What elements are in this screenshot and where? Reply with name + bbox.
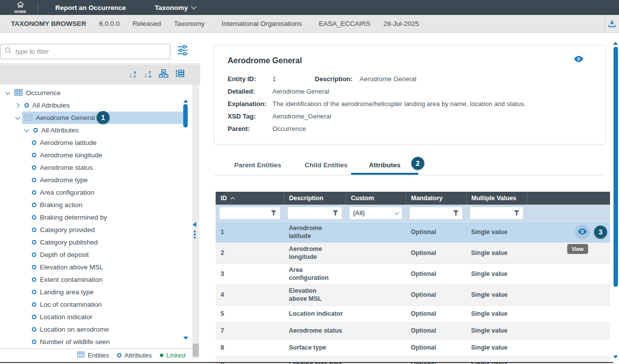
table-row[interactable]: 1 Aerodrome latitude Optional Single val… [216,222,610,243]
tree-item-attribute[interactable]: Extent contamination [0,273,200,286]
report-occurrence-menu[interactable]: Report an Occurrence [55,4,126,11]
funnel-icon[interactable] [453,210,459,216]
custom-filter-value: (All) [353,210,365,217]
attributes-table: ID Description Custom Mandatory Multiple… [216,192,610,364]
tree-scrollbar[interactable] [183,100,188,340]
page-scrollbar-thumb[interactable] [614,47,618,287]
tree-item-attribute[interactable]: Depth of deposit [0,248,200,261]
view-entity-button[interactable] [573,55,584,65]
chevron-down-icon[interactable] [14,115,21,121]
description-filter-input[interactable] [291,210,331,217]
tree-item-label: Extent contamination [40,276,103,283]
tree-item-attribute[interactable]: Aerodrome type [0,174,200,186]
tree-item-attribute[interactable]: Braking determined by [0,211,200,224]
tree-item-label: Braking determined by [40,214,107,221]
tree-item-label: Loc of contamination [40,301,102,308]
table-row[interactable]: 2 Aerodrome longitude Optional Single va… [216,243,610,263]
scroll-up-arrow-icon[interactable] [183,100,188,103]
table-row[interactable]: 7 Aerodrome status Optional Single value [216,322,610,339]
sort-ascending-button[interactable]: ↓ [128,69,136,81]
filter-input[interactable] [15,48,166,55]
page-scrollbar[interactable] [613,42,619,361]
table-row[interactable]: 5 Location indicator Optional Single val… [216,305,610,322]
mandatory-filter-input[interactable] [413,210,451,217]
sidebar-collapse-handle[interactable] [193,222,196,239]
table-row[interactable]: 8 Surface type Optional Single value [216,339,610,356]
field-label: Explanation: [228,100,272,108]
column-mandatory[interactable]: Mandatory [406,192,466,205]
tab-parent-entities[interactable]: Parent Entities [227,155,289,175]
custom-filter-select[interactable]: (All) [350,207,402,219]
scroll-up-arrow-icon[interactable] [613,42,618,45]
filter-input-box[interactable] [0,44,170,59]
tree-item-attribute[interactable]: Aerodrome longitude [0,149,200,161]
tree-item-occurrence[interactable]: Occurrence [0,87,200,99]
id-filter-input[interactable] [223,210,269,217]
tree-item-label: Aerodrome longitude [40,151,102,159]
tree-item-attribute[interactable]: Braking action [0,199,200,211]
tree-item-attribute[interactable]: Category provided [0,224,200,236]
column-custom[interactable]: Custom [346,192,406,205]
collapse-left-icon[interactable] [193,222,196,227]
tree-item-attribute[interactable]: Elevation above MSL [0,261,200,273]
tab-label: Child Entities [305,161,348,169]
taxonomy-name: EASA_ECCAIRS [319,20,371,27]
tab-child-entities[interactable]: Child Entities [296,155,356,175]
scroll-down-arrow-icon[interactable] [183,337,188,340]
tree-item-attribute[interactable]: Landing area type [0,286,200,298]
sort-asc-icon [230,197,234,201]
table-row[interactable]: 3 Area configuration Optional Single val… [216,263,610,284]
tree-item-attribute[interactable]: Aerodrome latitude [0,136,200,149]
tree-item-attribute[interactable]: Location on aerodrome [0,323,200,336]
tree-scrollbar-thumb[interactable] [183,104,188,127]
legend-entities-label: Entities [88,352,109,359]
taxonomy-browser-screen: HOME Report an Occurrence Taxonomy TAXON… [0,0,619,364]
annotation-badge-3: 3 [594,226,607,239]
tab-attributes[interactable]: Attributes 2 [351,155,418,175]
sidebar-scroll-track[interactable] [192,85,199,359]
view-attribute-button[interactable] [575,225,590,240]
home-icon [16,1,25,10]
chevron-down-icon[interactable] [4,90,11,97]
chevron-down-icon[interactable] [23,127,30,134]
home-button[interactable]: HOME [9,0,32,15]
scroll-down-arrow-icon[interactable] [613,356,618,359]
multiple-filter-input[interactable] [474,210,512,217]
table-row[interactable]: 4 Elevation above MSL Optional Single va… [216,284,610,305]
linked-dot-icon [160,354,163,357]
attribute-icon [32,277,36,282]
column-description[interactable]: Description [284,192,346,205]
funnel-icon[interactable] [333,210,338,216]
chevron-right-icon[interactable] [14,102,21,109]
hierarchy-view-button[interactable] [159,69,168,81]
attributes-table-wrap: ID Description Custom Mandatory Multiple… [216,192,610,364]
attribute-icon [32,315,36,319]
taxonomy-menu[interactable]: Taxonomy [155,4,196,11]
tree-item-label: Category provided [40,226,95,234]
list-view-button[interactable] [176,69,184,81]
bottom-scroll-track[interactable] [0,362,613,363]
tree-item-label: Category published [40,239,98,246]
tree-item-all-attributes-child[interactable]: All Attributes [0,124,200,136]
tab-label: Attributes [369,161,401,169]
tree-item-aerodrome-general[interactable]: Aerodrome General 1 [0,112,200,124]
funnel-icon[interactable] [514,210,519,216]
tree-item-attribute[interactable]: Loc of contamination [0,298,200,311]
drag-handle-icon[interactable] [194,231,196,239]
entity-title: Aerodrome General [228,56,302,65]
column-multiple-values[interactable]: Multiple Values [466,192,527,205]
taxonomy-menu-label: Taxonomy [155,4,188,11]
filter-settings-button[interactable] [176,45,189,58]
tree-item-attribute[interactable]: Number of wildlife seen [0,336,200,348]
tree-item-attribute[interactable]: Aerodrome status [0,161,200,174]
download-button[interactable] [605,15,619,33]
column-id[interactable]: ID [216,192,284,205]
tree-item-attribute[interactable]: Location indicator [0,311,200,323]
tree-item-attribute[interactable]: Category published [0,236,200,248]
funnel-icon[interactable] [271,210,276,216]
attribute-icon [32,265,36,269]
attribute-icon [32,327,36,332]
sort-descending-button[interactable]: ↓ [144,69,151,81]
tree-item-all-attributes[interactable]: All Attributes [0,99,200,112]
tree-item-attribute[interactable]: Area configuration [0,186,200,199]
